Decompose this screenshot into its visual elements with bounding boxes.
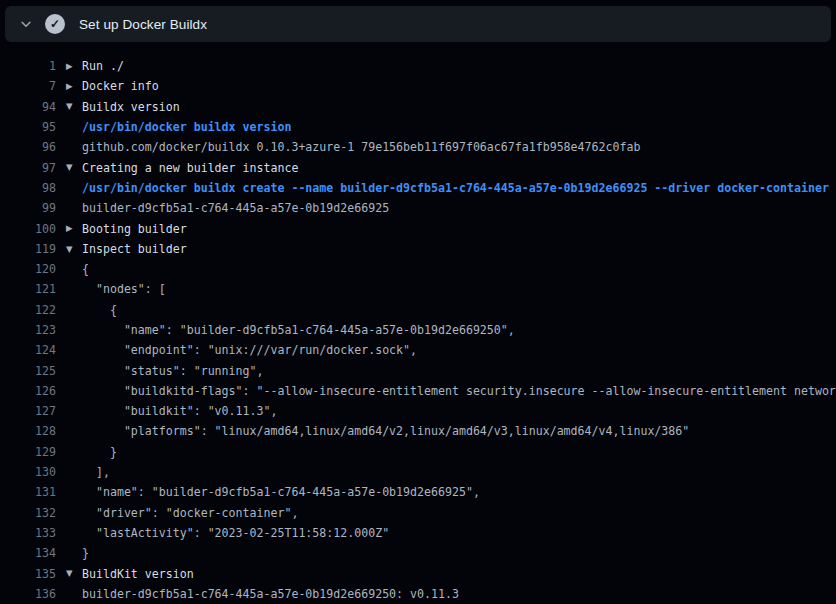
line-number[interactable]: 123 [0,323,56,337]
log-line[interactable]: 7 ▶ Docker info [0,76,836,96]
log-line-text: { [82,303,836,317]
chevron-down-icon-svg [19,17,33,31]
log-line: 127 "buildkit": "v0.11.3", [0,401,836,421]
log-line: 130 ], [0,462,836,482]
log-line-text: } [82,445,836,459]
line-gutter: ▶ [56,62,82,71]
line-gutter: ▼ [56,163,82,172]
log-line: 98 /usr/bin/docker buildx create --name … [0,178,836,198]
line-gutter: ▼ [56,245,82,254]
line-gutter: ▶ [56,82,82,91]
line-number[interactable]: 99 [0,201,56,215]
log-line: 122 { [0,300,836,320]
line-number[interactable]: 124 [0,343,56,357]
log-line-text: "platforms": "linux/amd64,linux/amd64/v2… [82,424,836,438]
log-line[interactable]: 119 ▼ Inspect builder [0,239,836,259]
line-number[interactable]: 121 [0,282,56,296]
line-gutter: ▼ [56,102,82,111]
log-line: 133 "lastActivity": "2023-02-25T11:58:12… [0,523,836,543]
line-number[interactable]: 1 [0,59,56,73]
line-number[interactable]: 133 [0,526,56,540]
line-number[interactable]: 100 [0,222,56,236]
chevron-down-icon[interactable]: ▼ [66,569,73,578]
line-gutter: ▼ [56,569,82,578]
chevron-down-icon[interactable]: ▼ [66,163,73,172]
log-line: 120 { [0,259,836,279]
log-line-text: /usr/bin/docker buildx version [82,120,836,134]
log-line[interactable]: 1 ▶ Run ./ [0,56,836,76]
line-number[interactable]: 95 [0,120,56,134]
log-line-text: github.com/docker/buildx 0.10.3+azure-1 … [82,140,836,154]
log-line: 129 } [0,442,836,462]
log-line-text: "name": "builder-d9cfb5a1-c764-445a-a57e… [82,323,836,337]
line-number[interactable]: 120 [0,262,56,276]
log-line: 124 "endpoint": "unix:///var/run/docker.… [0,340,836,360]
log-line: 121 "nodes": [ [0,279,836,299]
log-line-text: /usr/bin/docker buildx create --name bui… [82,181,836,195]
line-number[interactable]: 127 [0,404,56,418]
log-line-text: "name": "builder-d9cfb5a1-c764-445a-a57e… [82,485,836,499]
check-icon: ✓ [45,14,65,34]
log-line-text: { [82,262,836,276]
log-line: 95 /usr/bin/docker buildx version [0,117,836,137]
log-container: 1 ▶ Run ./ 7 ▶ Docker info 94 ▼ Buildx v… [0,42,836,604]
line-number[interactable]: 94 [0,100,56,114]
log-line[interactable]: 135 ▼ BuildKit version [0,563,836,583]
line-number[interactable]: 136 [0,587,56,601]
line-number[interactable]: 132 [0,506,56,520]
step-header[interactable]: ✓ Set up Docker Buildx [5,6,831,42]
chevron-down-icon[interactable]: ▼ [66,245,73,254]
chevron-right-icon[interactable]: ▶ [66,82,73,91]
log-line-text: Buildx version [82,100,836,114]
log-line-text: "endpoint": "unix:///var/run/docker.sock… [82,343,836,357]
log-line[interactable]: 97 ▼ Creating a new builder instance [0,157,836,177]
line-number[interactable]: 125 [0,364,56,378]
chevron-down-icon[interactable]: ▼ [66,102,73,111]
log-line: 131 "name": "builder-d9cfb5a1-c764-445a-… [0,482,836,502]
log-line-text: BuildKit version [82,567,836,581]
line-number[interactable]: 126 [0,384,56,398]
log-line-text: Run ./ [82,59,836,73]
step-title: Set up Docker Buildx [79,17,207,32]
line-number[interactable]: 134 [0,546,56,560]
log-line-text: "nodes": [ [82,282,836,296]
log-line-text: } [82,546,836,560]
log-line-text: builder-d9cfb5a1-c764-445a-a57e-0b19d2e6… [82,587,836,601]
log-line-text: Creating a new builder instance [82,161,836,175]
chevron-down-icon[interactable] [11,17,41,31]
log-line-text: builder-d9cfb5a1-c764-445a-a57e-0b19d2e6… [82,201,836,215]
log-line: 125 "status": "running", [0,360,836,380]
line-number[interactable]: 135 [0,567,56,581]
line-gutter: ▶ [56,224,82,233]
log-line: 99 builder-d9cfb5a1-c764-445a-a57e-0b19d… [0,198,836,218]
log-line[interactable]: 100 ▶ Booting builder [0,218,836,238]
log-line-text: "status": "running", [82,364,836,378]
log-line-text: Inspect builder [82,242,836,256]
log-line-text: "buildkitd-flags": "--allow-insecure-ent… [82,384,836,398]
line-number[interactable]: 128 [0,424,56,438]
line-number[interactable]: 122 [0,303,56,317]
chevron-right-icon[interactable]: ▶ [66,62,73,71]
line-number[interactable]: 131 [0,485,56,499]
log-line: 123 "name": "builder-d9cfb5a1-c764-445a-… [0,320,836,340]
line-number[interactable]: 130 [0,465,56,479]
log-line-text: Docker info [82,79,836,93]
log-line-text: "driver": "docker-container", [82,506,836,520]
line-number[interactable]: 96 [0,140,56,154]
log-line-text: "lastActivity": "2023-02-25T11:58:12.000… [82,526,836,540]
chevron-right-icon[interactable]: ▶ [66,224,73,233]
line-number[interactable]: 119 [0,242,56,256]
log-line-text: "buildkit": "v0.11.3", [82,404,836,418]
log-line: 128 "platforms": "linux/amd64,linux/amd6… [0,421,836,441]
log-line-text: ], [82,465,836,479]
log-line: 96 github.com/docker/buildx 0.10.3+azure… [0,137,836,157]
log-line-text: Booting builder [82,222,836,236]
log-line[interactable]: 94 ▼ Buildx version [0,97,836,117]
line-number[interactable]: 98 [0,181,56,195]
log-line: 134 } [0,543,836,563]
log-line: 136 builder-d9cfb5a1-c764-445a-a57e-0b19… [0,584,836,604]
line-number[interactable]: 129 [0,445,56,459]
log-line: 126 "buildkitd-flags": "--allow-insecure… [0,381,836,401]
line-number[interactable]: 7 [0,79,56,93]
line-number[interactable]: 97 [0,161,56,175]
